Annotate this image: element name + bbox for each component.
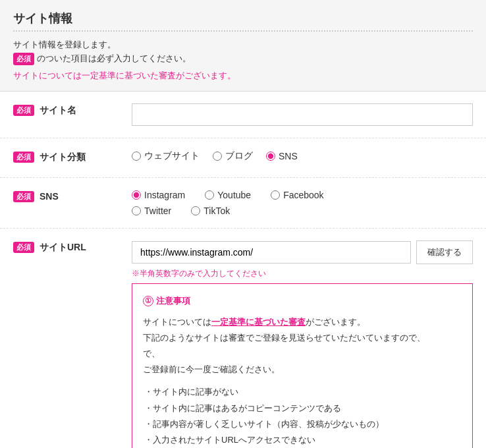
notice-highlight: 一定基準に基づいた審査	[211, 317, 306, 327]
sns-radio-youtube[interactable]	[205, 190, 214, 200]
sns-row: 必須 SNS Instagram Youtube	[0, 178, 486, 229]
site-name-input[interactable]	[132, 103, 473, 126]
sns-radio-tiktok[interactable]	[191, 206, 200, 215]
category-radio-sns[interactable]	[266, 152, 275, 161]
notice-list-item-2: ・サイト内に記事はあるがコピーコンテンツである	[143, 401, 462, 416]
notice-body-p4: ご登録前に今一度ご確認ください。	[143, 362, 462, 378]
category-radio-blog[interactable]	[213, 152, 222, 161]
notice-list-item-1: ・サイト内に記事がない	[143, 384, 462, 400]
sns-option-tiktok[interactable]: TikTok	[191, 206, 230, 216]
category-radio-website[interactable]	[132, 152, 141, 161]
site-category-label-text: サイト分類	[40, 152, 86, 163]
sns-radio-instagram[interactable]	[132, 190, 141, 200]
sns-radio-facebook[interactable]	[271, 190, 280, 200]
notice-title-text: 注意事項	[156, 293, 190, 310]
category-option-sns[interactable]: SNS	[266, 151, 298, 161]
notice-body: サイトについては一定基準に基づいた審査がございます。 下記のようなサイトは審査で…	[143, 314, 462, 447]
url-hint: ※半角英数字のみで入力してください	[132, 268, 473, 279]
site-url-content: 確認する ※半角英数字のみで入力してください ① 注意事項 サイトについては一定…	[132, 240, 473, 448]
required-badge-desc: 必須	[13, 53, 34, 66]
site-url-row: 必須 サイトURL 確認する ※半角英数字のみで入力してください ① 注意事項	[0, 229, 486, 448]
category-option-website[interactable]: ウェブサイト	[132, 150, 200, 162]
notice-title: ① 注意事項	[143, 293, 462, 310]
notice-list: ・サイト内に記事がない ・サイト内に記事はあるがコピーコンテンツである ・記事内…	[143, 384, 462, 447]
sns-groups: Instagram Youtube Facebook	[132, 190, 473, 216]
sns-label-facebook: Facebook	[283, 190, 323, 200]
site-name-content	[132, 103, 473, 126]
notice-body-p3: で、	[143, 346, 462, 362]
confirm-button[interactable]: 確認する	[416, 240, 473, 264]
sns-row-1: Instagram Youtube Facebook	[132, 190, 473, 200]
sns-label-twitter: Twitter	[144, 206, 171, 216]
site-category-required: 必須	[13, 152, 34, 163]
page-container: サイト情報 サイト情報を登録します。 必須のついた項目は必ず入力してください。 …	[0, 0, 486, 448]
sns-label-instagram: Instagram	[144, 190, 185, 200]
notice-body-p1: サイトについては一定基準に基づいた審査がございます。	[143, 314, 462, 330]
sns-label-tiktok: TikTok	[203, 206, 230, 216]
notice-list-item-4: ・入力されたサイトURLへアクセスできない	[143, 432, 462, 448]
site-category-row: 必須 サイト分類 ウェブサイト ブログ SNS	[0, 138, 486, 178]
sns-option-twitter[interactable]: Twitter	[132, 206, 171, 216]
form-section: 必須 サイト名 必須 サイト分類 ウェブサイト	[0, 92, 486, 448]
sns-content: Instagram Youtube Facebook	[132, 190, 473, 216]
notice-list-item-3: ・記事内容が著しく乏しいサイト（内容、投稿が少ないもの）	[143, 416, 462, 432]
site-name-row: 必須 サイト名	[0, 92, 486, 138]
desc-line1: サイト情報を登録します。	[13, 40, 116, 49]
category-option-blog[interactable]: ブログ	[213, 150, 253, 162]
sns-option-instagram[interactable]: Instagram	[132, 190, 185, 200]
category-label-sns: SNS	[279, 151, 298, 161]
category-label-blog: ブログ	[225, 150, 253, 162]
sns-label: 必須 SNS	[13, 190, 132, 202]
site-name-label-text: サイト名	[40, 105, 76, 117]
sns-required: 必須	[13, 191, 34, 202]
sns-option-facebook[interactable]: Facebook	[271, 190, 323, 200]
sns-option-youtube[interactable]: Youtube	[205, 190, 251, 200]
site-url-input[interactable]	[132, 241, 411, 264]
section-title: サイト情報	[13, 11, 473, 32]
notice-body-p2: 下記のようなサイトは審査でご登録を見送らせていただいていますので、	[143, 330, 462, 346]
url-input-group: 確認する	[132, 240, 473, 264]
site-name-required: 必須	[13, 105, 34, 116]
site-category-content: ウェブサイト ブログ SNS	[132, 150, 473, 162]
site-url-required: 必須	[13, 242, 34, 253]
desc-line2: のついた項目は必ず入力してください。	[37, 53, 191, 63]
sns-label-text: SNS	[40, 191, 59, 202]
site-name-label: 必須 サイト名	[13, 103, 132, 117]
site-category-radio-group: ウェブサイト ブログ SNS	[132, 150, 473, 162]
notice-icon: ①	[143, 296, 153, 306]
section-header: サイト情報 サイト情報を登録します。 必須のついた項目は必ず入力してください。 …	[0, 0, 486, 92]
site-url-label-text: サイトURL	[40, 242, 86, 254]
site-url-label: 必須 サイトURL	[13, 240, 132, 254]
sns-row-2: Twitter TikTok	[132, 206, 473, 216]
category-label-website: ウェブサイト	[144, 150, 200, 162]
sns-radio-twitter[interactable]	[132, 206, 141, 215]
site-category-label: 必須 サイト分類	[13, 150, 132, 163]
header-warning: サイトについては一定基準に基づいた審査がございます。	[13, 70, 473, 82]
notice-box: ① 注意事項 サイトについては一定基準に基づいた審査がございます。 下記のような…	[132, 283, 473, 448]
sns-label-youtube: Youtube	[217, 190, 251, 200]
section-description: サイト情報を登録します。 必須のついた項目は必ず入力してください。	[13, 38, 473, 66]
